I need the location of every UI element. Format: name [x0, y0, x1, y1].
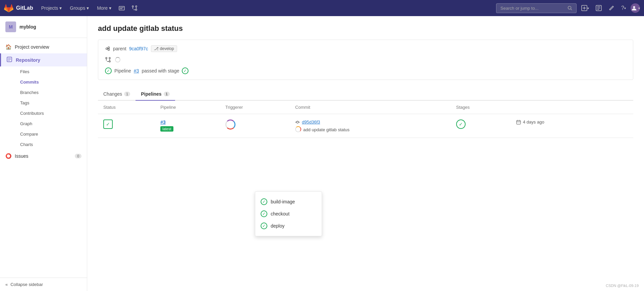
pipeline-id-cell: #3 latest — [155, 114, 220, 138]
global-search[interactable]: Search or jump to... — [496, 3, 577, 13]
triggerer-spinner — [225, 119, 235, 130]
sidebar-item-branches[interactable]: Branches — [15, 87, 87, 98]
sidebar-item-compare[interactable]: Compare — [15, 129, 87, 139]
commit-message-text: add update gitlab status — [303, 127, 350, 132]
gitlab-wordmark: GitLab — [16, 5, 33, 11]
sidebar-item-tags[interactable]: Tags — [15, 98, 87, 108]
branch-name: develop — [160, 46, 174, 51]
commit-parent-info: parent 9ca0f97c ⎇ develop — [105, 45, 626, 52]
col-header-commit: Commit — [290, 101, 451, 114]
col-header-stages: Stages — [451, 101, 511, 114]
pipeline-link[interactable]: #3 — [134, 68, 139, 74]
pipeline-status-cell: ✓ — [98, 114, 155, 138]
app-layout: M myblog 🏠 Project overview Repository F… — [0, 16, 644, 291]
new-item-icon[interactable]: ▾ — [579, 3, 591, 13]
issues-sidebar-icon: ⭕ — [5, 153, 11, 159]
stages-cell[interactable]: ✓ — [451, 114, 511, 138]
svg-point-2 — [136, 9, 137, 10]
commit-graph-icon — [295, 120, 300, 124]
svg-point-13 — [106, 57, 107, 59]
parent-commit-icon — [105, 46, 110, 51]
commit-meta — [105, 57, 626, 63]
svg-point-3 — [136, 6, 137, 7]
pipeline-id-link[interactable]: #3 — [160, 119, 166, 125]
stages-dropdown: ✓ build-image ✓ checkout ✓ deploy — [255, 191, 322, 236]
commit-cell: d95d36f3 add update gitlab status — [290, 114, 451, 138]
stage-item-build-image[interactable]: ✓ build-image — [261, 196, 316, 208]
stage-label-build-image: build-image — [271, 199, 295, 204]
project-avatar: M — [5, 21, 16, 32]
stage-item-checkout[interactable]: ✓ checkout — [261, 208, 316, 220]
sidebar-item-issues[interactable]: ⭕ Issues 0 — [0, 150, 87, 162]
sidebar-item-repository[interactable]: Repository — [0, 53, 87, 66]
nav-groups[interactable]: Groups ▾ — [67, 4, 92, 12]
merge-requests-icon[interactable] — [129, 3, 140, 13]
page-title: add update gitlab status — [98, 24, 633, 33]
stage-label-checkout: checkout — [271, 211, 289, 216]
sidebar: M myblog 🏠 Project overview Repository F… — [0, 16, 87, 291]
gitlab-logo[interactable]: GitLab — [4, 3, 33, 13]
svg-point-12 — [108, 49, 110, 51]
sidebar-label-repository: Repository — [16, 57, 40, 63]
sidebar-item-project-overview[interactable]: 🏠 Project overview — [0, 41, 87, 53]
nav-more[interactable]: More ▾ — [94, 4, 114, 12]
pipeline-status-box: ✓ — [103, 119, 113, 129]
commit-status-spinner — [295, 126, 301, 132]
project-header[interactable]: M myblog — [0, 16, 87, 38]
stage-passed-icon: ✓ — [182, 67, 189, 74]
tab-pipelines[interactable]: Pipelines 1 — [136, 88, 175, 101]
stage-item-deploy[interactable]: ✓ deploy — [261, 220, 316, 232]
svg-point-11 — [108, 47, 110, 49]
triggerer-cell — [220, 114, 290, 138]
sidebar-item-files[interactable]: Files — [15, 66, 87, 77]
pipeline-text: Pipeline — [114, 68, 131, 74]
col-header-time — [511, 101, 607, 114]
actions-cell — [607, 114, 633, 138]
table-row: ✓ #3 latest — [98, 114, 633, 138]
commit-tabs: Changes 1 Pipelines 1 — [98, 88, 633, 101]
repository-sub-menu: Files Commits Branches Tags Contributors… — [0, 66, 87, 150]
pipeline-latest-badge: latest — [160, 126, 173, 132]
sidebar-label-project-overview: Project overview — [15, 44, 49, 50]
svg-point-10 — [106, 48, 108, 50]
pipeline-passed-icon: ✓ — [105, 67, 112, 74]
stages-icon-button[interactable]: ✓ — [456, 119, 466, 129]
checkout-status-icon: ✓ — [261, 210, 267, 217]
user-avatar[interactable]: ▾ — [631, 3, 640, 13]
col-header-pipeline: Pipeline — [155, 101, 220, 114]
tab-pipelines-count: 1 — [164, 92, 170, 96]
parent-hash-link[interactable]: 9ca0f97c — [129, 46, 148, 51]
activity-icon[interactable] — [117, 3, 127, 13]
sidebar-item-commits[interactable]: Commits — [15, 77, 87, 87]
help-icon[interactable]: ? ▾ — [619, 3, 628, 13]
col-header-actions — [607, 101, 633, 114]
pipelines-table: Status Pipeline Triggerer Commit Stages … — [98, 101, 633, 138]
edit-icon[interactable] — [606, 3, 616, 13]
sidebar-navigation: 🏠 Project overview Repository Files Comm… — [0, 38, 87, 278]
svg-rect-0 — [119, 6, 124, 10]
search-placeholder: Search or jump to... — [500, 6, 565, 11]
branch-badge: ⎇ develop — [151, 45, 177, 52]
commit-info-card: parent 9ca0f97c ⎇ develop ✓ Pipeline #3 … — [98, 40, 633, 80]
repository-icon — [6, 57, 12, 63]
project-name: myblog — [19, 24, 36, 30]
pipeline-status: ✓ Pipeline #3 passed with stage ✓ — [105, 67, 626, 74]
sidebar-item-graph[interactable]: Graph — [15, 118, 87, 129]
loading-spinner — [115, 57, 120, 62]
svg-rect-19 — [517, 120, 521, 124]
tab-changes[interactable]: Changes 1 — [98, 88, 136, 101]
top-navigation: GitLab Projects ▾ Groups ▾ More ▾ Search… — [0, 0, 644, 16]
sidebar-item-contributors[interactable]: Contributors — [15, 108, 87, 118]
issues-icon[interactable] — [594, 3, 604, 13]
sidebar-item-charts[interactable]: Charts — [15, 139, 87, 150]
col-header-status: Status — [98, 101, 155, 114]
collapse-sidebar-button[interactable]: « Collapse sidebar — [0, 278, 87, 291]
parent-label: parent — [113, 46, 126, 51]
sidebar-label-issues: Issues — [15, 153, 28, 159]
tab-changes-label: Changes — [103, 91, 122, 97]
nav-projects[interactable]: Projects ▾ — [39, 4, 65, 12]
svg-point-14 — [109, 61, 110, 62]
build-image-status-icon: ✓ — [261, 198, 267, 205]
merge-request-icon — [105, 57, 111, 63]
commit-hash-link[interactable]: d95d36f3 — [302, 119, 320, 125]
